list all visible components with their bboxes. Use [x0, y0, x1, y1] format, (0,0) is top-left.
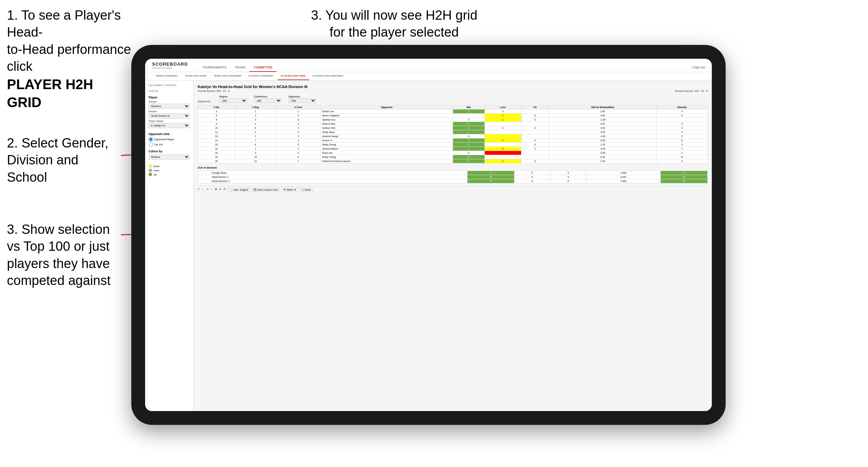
- grid-subtitle: Overall Record: 353 - 34 - 6 Division Re…: [198, 89, 708, 93]
- toolbar-forward[interactable]: →: [210, 188, 213, 192]
- legend-up: Up: [149, 173, 190, 176]
- division-label: Division: [149, 110, 190, 113]
- instruction-step3-right: 3. You will now see H2H grid for the pla…: [311, 7, 478, 41]
- toolbar-share[interactable]: ⬡ Share: [300, 188, 313, 192]
- tablet-frame: SCOREBOARD Powered by clippd TOURNAMENTS…: [131, 45, 726, 425]
- radio-opponents-played[interactable]: Opponents Played: [149, 137, 190, 142]
- col-win: Win: [453, 105, 485, 109]
- toolbar-refresh[interactable]: ↺: [219, 188, 221, 192]
- instruction-step2: 2. Select Gender, Division and School: [7, 135, 108, 186]
- instruction-step3-left: 3. Show selection vs Top 100 or just pla…: [7, 221, 111, 289]
- main-data-table: # Div # Reg # Conf Opponent Win Loss Tie…: [198, 105, 708, 163]
- sub-nav-player-h2h-heatmap[interactable]: PLAYER H2H HEATMAP: [309, 72, 347, 80]
- col-conf: # Conf: [276, 105, 321, 109]
- sub-nav-player-h2h-grid[interactable]: PLAYER H2H GRID: [277, 72, 309, 80]
- app-navbar: SCOREBOARD Powered by clippd TOURNAMENTS…: [145, 59, 712, 72]
- table-row: 19 10 6 Emily Chang 4 0.30 11: [198, 155, 708, 159]
- sub-nav-team-h2h-grid[interactable]: TEAM H2H GRID: [181, 72, 210, 80]
- table-row: NCAA Division 2 5 0 0 7.400 10: [198, 179, 708, 183]
- radio-group: Opponents Played Top 100: [149, 137, 190, 147]
- colour-legend: Down Level Up: [149, 164, 190, 176]
- colour-by-select[interactable]: Win/loss: [149, 154, 190, 160]
- filter-conference: Conference (All): [254, 95, 282, 103]
- table-row: 9 1 4 Sharon Mun 1 3.67 3: [198, 122, 708, 126]
- sub-navbar: TEAM SUMMARY TEAM H2H GRID TEAM H2H HEAT…: [145, 72, 712, 80]
- toolbar-save-custom[interactable]: 💾 Save Custom View: [252, 188, 280, 192]
- timestamp2: 16:55:38: [149, 90, 190, 92]
- toolbar-watch[interactable]: 👁 Watch ▼: [282, 188, 298, 192]
- brand-title: SCOREBOARD: [152, 61, 188, 67]
- timestamp: Last Updated: 27/03/2024: [149, 84, 190, 86]
- table-row: 20 11 7 Federica Domecq Lacroze 2 1 0 1.…: [198, 159, 708, 163]
- colour-by-title: Colour by: [149, 150, 190, 153]
- radio-top100[interactable]: Top 100: [149, 142, 190, 147]
- opponent-view-title: Opponent view: [149, 132, 190, 136]
- filter-region: Region (All): [219, 95, 247, 103]
- nav-committee[interactable]: COMMITTEE: [249, 64, 276, 72]
- legend-dot-up: [149, 173, 152, 176]
- toolbar-timer[interactable]: ⏱: [223, 188, 226, 192]
- col-tie: Tie: [521, 105, 549, 109]
- legend-dot-down: [149, 164, 152, 168]
- col-div: # Div: [198, 105, 235, 109]
- gender-select[interactable]: Women's Men's: [149, 104, 190, 109]
- col-reg: # Reg: [235, 105, 276, 109]
- tablet-screen: SCOREBOARD Powered by clippd TOURNAMENTS…: [145, 59, 712, 411]
- table-row: 13 1 1 Jessica Huang 0 -3.00 2: [198, 134, 708, 139]
- table-row: NAIA Division 1 15 0 0 9.267 30: [198, 175, 708, 179]
- table-row: 6 3 3 Sydney Kuo 0 1 0 -1.00: [198, 118, 708, 122]
- col-diff: Diff Av Strokes/Rnd: [549, 105, 657, 109]
- table-row: 3 1 1 Esther Lee 1 0 1.50 4: [198, 109, 708, 114]
- col-rounds: Rounds: [657, 105, 707, 109]
- table-row: 18 2 2 Euna Lee 0 -5.00 2: [198, 151, 708, 155]
- grid-area: Katelyn Vo Head-to-Head Grid for Women's…: [194, 80, 712, 411]
- table-row: 16 1 1 Jessica Mason 1 2 0 -0.94 7: [198, 147, 708, 151]
- opponents-label: Opponents:: [198, 100, 211, 103]
- col-opponent: Opponent: [321, 105, 453, 109]
- table-row: 11 2 5 Heejo Hyun 1 3.33 3: [198, 130, 708, 134]
- filter-row: Opponents: Region (All) Conference (All): [198, 95, 708, 103]
- toolbar-back[interactable]: ←: [202, 188, 204, 192]
- left-panel: Last Updated: 27/03/2024 16:55:38 Player…: [145, 80, 194, 411]
- player-rank-select[interactable]: 8. Katelyn Vo: [149, 123, 190, 128]
- legend-level: Level: [149, 169, 190, 172]
- table-row: Foreign Team 1 0 0 4.500 2: [198, 171, 708, 175]
- brand-sub: Powered by clippd: [152, 67, 188, 69]
- gender-label: Gender: [149, 101, 190, 103]
- brand: SCOREBOARD Powered by clippd: [152, 61, 188, 72]
- instruction-step1: 1. To see a Player's Head- to-Head perfo…: [7, 7, 131, 111]
- toolbar-redo[interactable]: ↪: [206, 188, 208, 192]
- col-loss: Loss: [484, 105, 521, 109]
- bottom-toolbar: ↩ ← ↪ → ⊞ ↺ ⏱ 📄 View: Original 💾 Save Cu…: [198, 186, 708, 192]
- division-select[interactable]: NCAA Division III NCAA Division I NCAA D…: [149, 113, 190, 118]
- toolbar-view-original[interactable]: 📄 View: Original: [228, 188, 250, 192]
- sub-nav-team-h2h-heatmap[interactable]: TEAM H2H HEATMAP: [210, 72, 245, 80]
- nav-tournaments[interactable]: TOURNAMENTS: [198, 64, 230, 72]
- table-row: 14 7 4 Eunice Yi 2 2 0 0.38 9: [198, 139, 708, 143]
- conference-select[interactable]: (All): [254, 98, 282, 103]
- player-rank-label: Player (Rank): [149, 120, 190, 122]
- out-division-title: Out of division: [198, 166, 708, 169]
- grid-title: Katelyn Vo Head-to-Head Grid for Women's…: [198, 85, 708, 89]
- out-division-table: Foreign Team 1 0 0 4.500 2 NAIA Division…: [198, 171, 708, 183]
- opponent-select[interactable]: (All): [289, 98, 316, 103]
- sub-nav-player-summary[interactable]: PLAYER SUMMARY: [245, 72, 277, 80]
- toolbar-grid[interactable]: ⊞: [215, 188, 217, 192]
- region-select[interactable]: (All): [219, 98, 247, 103]
- sub-nav-team-summary[interactable]: TEAM SUMMARY: [152, 72, 181, 80]
- table-row: 5 2 2 Alexis Sudjianto 1 0 4.00 3: [198, 114, 708, 118]
- toolbar-undo[interactable]: ↩: [198, 188, 200, 192]
- table-row: 15 8 5 Stella Cheng 1 0 1.25 4: [198, 143, 708, 147]
- nav-teams[interactable]: TEAMS: [230, 64, 249, 72]
- nav-sign-out[interactable]: | Sign out: [692, 66, 705, 72]
- legend-down: Down: [149, 164, 190, 168]
- table-row: 10 6 3 Andrea York 2 0 0 4.00 4: [198, 126, 708, 130]
- main-content: Last Updated: 27/03/2024 16:55:38 Player…: [145, 80, 712, 411]
- player-section-title: Player: [149, 96, 190, 99]
- filter-opponent: Opponent (All): [289, 95, 316, 103]
- legend-dot-level: [149, 169, 152, 172]
